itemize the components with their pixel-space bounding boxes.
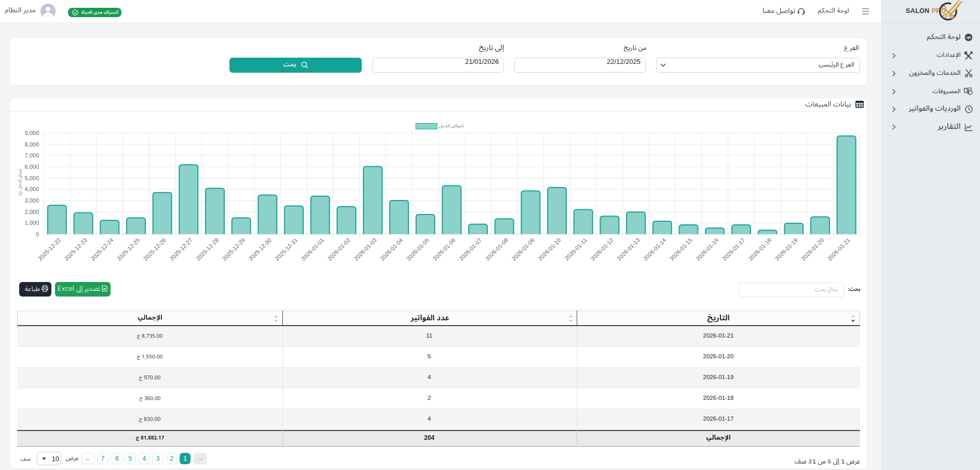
svg-text:1,000: 1,000 [24, 220, 39, 226]
svg-text:6,000: 6,000 [24, 164, 39, 170]
svg-text:2026-01-12: 2026-01-12 [590, 237, 615, 262]
svg-text:2026-01-08: 2026-01-08 [484, 237, 509, 262]
svg-text:2025-12-23: 2025-12-23 [63, 237, 88, 262]
svg-text:2026-01-11: 2026-01-11 [563, 237, 588, 262]
svg-text:2,000: 2,000 [24, 209, 39, 215]
svg-text:0: 0 [36, 231, 39, 237]
svg-text:2026-01-07: 2026-01-07 [458, 237, 483, 262]
svg-text:3,000: 3,000 [24, 197, 39, 204]
svg-text:9,000: 9,000 [24, 130, 39, 136]
svg-text:2025-12-24: 2025-12-24 [89, 237, 114, 262]
svg-text:2026-01-10: 2026-01-10 [537, 237, 562, 262]
svg-text:2026-01-09: 2026-01-09 [510, 237, 535, 262]
svg-text:2026-01-05: 2026-01-05 [405, 237, 430, 262]
svg-text:2026-01-06: 2026-01-06 [431, 237, 456, 262]
svg-text:2025-12-28: 2025-12-28 [195, 237, 220, 262]
svg-text:5,000: 5,000 [24, 175, 39, 181]
svg-text:7,000: 7,000 [24, 152, 39, 158]
svg-text:2026-01-13: 2026-01-13 [616, 237, 641, 262]
svg-text:2026-01-01: 2026-01-01 [300, 237, 325, 262]
svg-text:2026-01-21: 2026-01-21 [826, 237, 851, 262]
svg-text:2026-01-02: 2026-01-02 [326, 237, 351, 262]
svg-text:2025-12-25: 2025-12-25 [116, 237, 141, 262]
svg-text:2026-01-14: 2026-01-14 [642, 237, 667, 262]
svg-text:2026-01-17: 2026-01-17 [721, 237, 746, 262]
svg-text:2025-12-29: 2025-12-29 [221, 237, 246, 262]
svg-text:2025-12-26: 2025-12-26 [142, 237, 167, 262]
svg-text:8,000: 8,000 [24, 141, 39, 147]
svg-text:2025-12-22: 2025-12-22 [37, 237, 62, 262]
svg-text:2025-12-30: 2025-12-30 [248, 237, 273, 262]
svg-text:2026-01-20: 2026-01-20 [800, 237, 825, 262]
svg-text:2026-01-19: 2026-01-19 [773, 237, 798, 262]
svg-text:2026-01-04: 2026-01-04 [379, 237, 404, 262]
svg-text:2026-01-03: 2026-01-03 [352, 237, 377, 262]
svg-text:2025-12-27: 2025-12-27 [168, 237, 193, 262]
svg-text:2025-12-31: 2025-12-31 [274, 237, 298, 262]
svg-text:2026-01-15: 2026-01-15 [669, 237, 693, 262]
svg-text:2026-01-18: 2026-01-18 [747, 237, 772, 262]
svg-text:2026-01-16: 2026-01-16 [695, 237, 719, 262]
svg-text:4,000: 4,000 [24, 186, 39, 192]
